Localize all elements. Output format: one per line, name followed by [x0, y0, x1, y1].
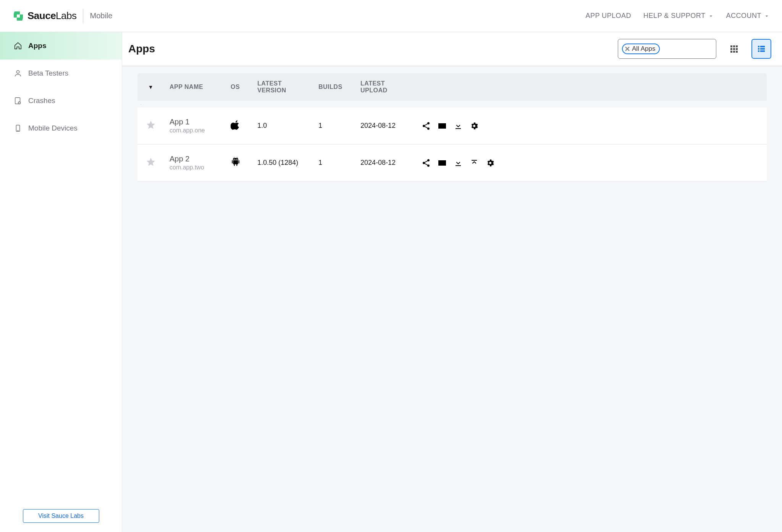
sidebar-item-mobile-devices[interactable]: Mobile Devices — [0, 114, 122, 142]
device-icon — [14, 124, 22, 132]
sidebar-item-label: Apps — [28, 42, 47, 50]
list-view-button[interactable] — [751, 39, 771, 59]
main-content: Apps All Apps — [122, 32, 782, 532]
col-latest-upload[interactable]: LATEST UPLOAD — [355, 73, 416, 101]
nav-app-upload[interactable]: APP UPLOAD — [585, 12, 631, 20]
sidebar-item-beta-testers[interactable]: Beta Testers — [0, 60, 122, 87]
sidebar-item-apps[interactable]: Apps — [0, 32, 122, 60]
sort-desc-icon: ▼ — [148, 84, 153, 90]
col-app-name[interactable]: APP NAME — [164, 73, 225, 101]
col-actions — [416, 73, 767, 101]
top-header: SauceLabs Mobile APP UPLOAD HELP & SUPPO… — [0, 0, 782, 32]
apps-table: ▼ APP NAME OS LATEST VERSION BUILDS LATE… — [137, 73, 767, 182]
mail-icon[interactable] — [438, 158, 447, 168]
header-left: SauceLabs Mobile — [12, 9, 112, 23]
header-divider — [83, 9, 83, 23]
sidebar-footer: Visit Sauce Labs — [0, 500, 122, 532]
sidebar-nav: Apps Beta Testers Crashes Mobile Devices — [0, 32, 122, 500]
spacer: . — [137, 101, 767, 108]
content-area: ▼ APP NAME OS LATEST VERSION BUILDS LATE… — [122, 66, 782, 532]
app-name: App 1 — [170, 118, 220, 126]
col-os[interactable]: OS — [225, 73, 252, 101]
table-row[interactable]: App 2 com.app.two 1.0.50 (1284) 1 2024-0… — [137, 144, 767, 181]
grid-view-button[interactable] — [724, 39, 744, 59]
nav-account-label: ACCOUNT — [726, 12, 762, 20]
nav-help-support[interactable]: HELP & SUPPORT — [643, 12, 714, 20]
chevron-down-icon — [708, 13, 714, 19]
filter-chip[interactable]: All Apps — [622, 44, 660, 54]
crash-icon — [14, 97, 22, 105]
user-icon — [14, 69, 22, 77]
col-sort[interactable]: ▼ — [137, 73, 164, 101]
sidebar-item-label: Beta Testers — [28, 69, 68, 77]
close-icon[interactable] — [625, 47, 630, 51]
star-icon[interactable] — [146, 157, 156, 167]
sidebar-item-label: Mobile Devices — [28, 124, 78, 132]
header-section-label: Mobile — [90, 11, 113, 20]
col-builds[interactable]: BUILDS — [313, 73, 355, 101]
svg-marker-24 — [14, 14, 17, 18]
gear-icon[interactable] — [486, 158, 495, 168]
filter-chip-label: All Apps — [632, 45, 655, 53]
sidebar: Apps Beta Testers Crashes Mobile Devices… — [0, 32, 122, 532]
gear-icon[interactable] — [470, 121, 479, 131]
nav-account[interactable]: ACCOUNT — [726, 12, 770, 20]
page-header: Apps All Apps — [122, 32, 782, 66]
download-icon[interactable] — [454, 121, 463, 131]
sidebar-item-label: Crashes — [28, 97, 55, 105]
share-icon[interactable] — [422, 158, 431, 168]
cell-builds: 1 — [313, 108, 355, 144]
row-actions — [422, 158, 761, 168]
app-bundle-id: com.app.one — [170, 127, 220, 134]
list-icon — [757, 44, 766, 53]
app-name: App 2 — [170, 155, 220, 163]
page-title: Apps — [128, 43, 155, 55]
header-right: APP UPLOAD HELP & SUPPORT ACCOUNT — [585, 12, 770, 20]
apple-icon — [231, 120, 241, 130]
visit-sauce-labs-button[interactable]: Visit Sauce Labs — [23, 509, 99, 523]
nav-app-upload-label: APP UPLOAD — [585, 12, 631, 20]
cell-upload-date: 2024-08-12 — [355, 144, 416, 181]
cell-version: 1.0.50 (1284) — [252, 144, 313, 181]
nav-help-support-label: HELP & SUPPORT — [643, 12, 705, 20]
grid-icon — [729, 44, 738, 53]
app-bundle-id: com.app.two — [170, 164, 220, 171]
upload-icon[interactable] — [470, 158, 479, 168]
row-actions — [422, 121, 761, 131]
cell-version: 1.0 — [252, 108, 313, 144]
home-icon — [14, 42, 22, 50]
brand-logo[interactable]: SauceLabs — [12, 10, 77, 22]
page-header-actions: All Apps — [618, 39, 771, 59]
sauce-logo-icon — [12, 10, 24, 22]
mail-icon[interactable] — [438, 121, 447, 131]
share-icon[interactable] — [422, 121, 431, 131]
star-icon[interactable] — [146, 120, 156, 130]
cell-upload-date: 2024-08-12 — [355, 108, 416, 144]
table-header-row: ▼ APP NAME OS LATEST VERSION BUILDS LATE… — [137, 73, 767, 101]
svg-marker-25 — [20, 15, 23, 18]
android-icon — [231, 157, 241, 167]
download-icon[interactable] — [454, 158, 463, 168]
sidebar-item-crashes[interactable]: Crashes — [0, 87, 122, 114]
col-latest-version[interactable]: LATEST VERSION — [252, 73, 313, 101]
chevron-down-icon — [764, 13, 770, 19]
filter-input[interactable]: All Apps — [618, 39, 716, 59]
table-row[interactable]: App 1 com.app.one 1.0 1 2024-08-12 — [137, 108, 767, 144]
brand-text: SauceLabs — [27, 10, 77, 22]
cell-builds: 1 — [313, 144, 355, 181]
